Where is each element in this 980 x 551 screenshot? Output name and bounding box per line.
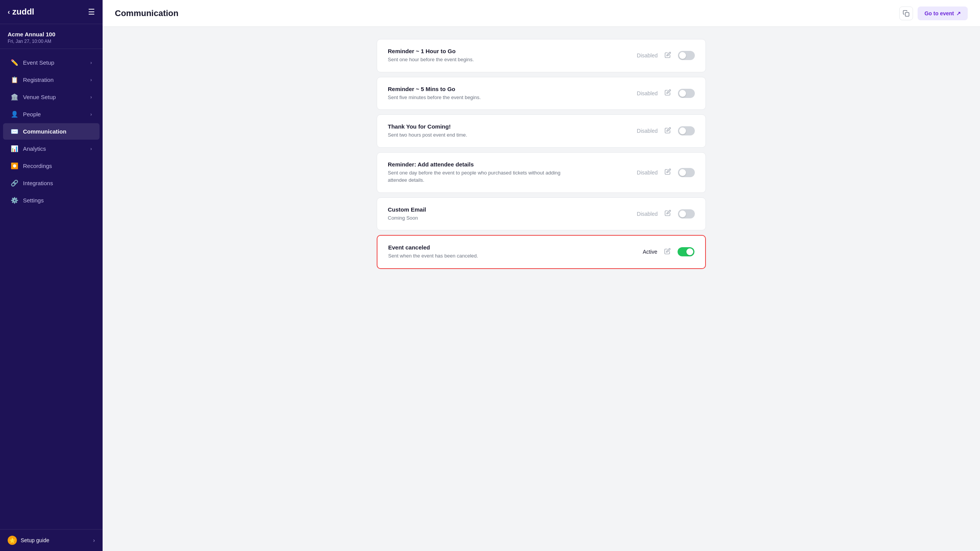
page-title: Communication (115, 8, 178, 18)
card-info: Reminder ~ 1 Hour to Go Sent one hour be… (388, 48, 635, 64)
topbar: Communication Go to event ↗ (103, 0, 980, 27)
settings-icon: ⚙️ (11, 197, 18, 204)
nav-item-left: 📊 Analytics (11, 145, 46, 152)
logo[interactable]: ‹ zuddl (8, 7, 34, 17)
card-controls: Disabled (635, 126, 695, 135)
sidebar-item-people[interactable]: 👤 People › (3, 106, 100, 122)
nav-item-label: People (23, 111, 41, 117)
toggle-reminder-1h[interactable] (678, 51, 695, 60)
card-info: Thank You for Coming! Sent two hours pos… (388, 123, 635, 139)
sidebar-footer: ⭐ Setup guide › (0, 529, 103, 551)
card-status: Disabled (635, 211, 658, 217)
recordings-icon: ⏺️ (11, 162, 18, 170)
card-description: Sent one hour before the event begins. (388, 56, 572, 64)
content-area: Reminder ~ 1 Hour to Go Sent one hour be… (103, 27, 980, 551)
nav-item-label: Analytics (23, 145, 46, 152)
card-thank-you: Thank You for Coming! Sent two hours pos… (377, 114, 706, 148)
nav-item-left: 👤 People (11, 111, 41, 118)
chevron-down-icon: › (90, 146, 92, 152)
nav-item-label: Settings (23, 197, 44, 204)
nav-item-label: Recordings (23, 163, 52, 169)
sidebar-item-settings[interactable]: ⚙️ Settings (3, 192, 100, 209)
star-icon: ⭐ (8, 536, 17, 545)
card-description: Coming Soon (388, 214, 572, 222)
edit-icon[interactable] (665, 52, 671, 60)
chevron-down-icon: › (90, 60, 92, 65)
external-link-icon: ↗ (956, 10, 961, 16)
card-info: Reminder: Add attendee details Sent one … (388, 161, 635, 184)
edit-icon[interactable] (665, 210, 671, 218)
svg-rect-0 (905, 12, 909, 16)
card-info: Event canceled Sent when the event has b… (388, 244, 634, 260)
edit-icon[interactable] (665, 127, 671, 135)
card-description: Sent two hours post event end time. (388, 131, 572, 139)
card-description: Sent one day before the event to people … (388, 169, 572, 184)
integrations-icon: 🔗 (11, 179, 18, 187)
card-title: Thank You for Coming! (388, 123, 635, 130)
go-to-event-button[interactable]: Go to event ↗ (918, 7, 968, 20)
card-title: Reminder: Add attendee details (388, 161, 635, 168)
event-setup-icon: ✏️ (11, 59, 18, 66)
sidebar-item-communication[interactable]: ✉️ Communication (3, 123, 100, 140)
analytics-icon: 📊 (11, 145, 18, 152)
card-info: Reminder ~ 5 Mins to Go Sent five minute… (388, 86, 635, 101)
setup-guide-label: Setup guide (21, 537, 49, 543)
card-title: Reminder ~ 5 Mins to Go (388, 86, 635, 92)
card-description: Sent when the event has been canceled. (388, 252, 572, 260)
nav-item-left: ⏺️ Recordings (11, 162, 52, 170)
chevron-down-icon: › (90, 77, 92, 83)
toggle-reminder-5min[interactable] (678, 89, 695, 98)
nav-item-label: Communication (23, 128, 66, 135)
back-arrow-icon[interactable]: ‹ (8, 8, 10, 16)
topbar-right: Go to event ↗ (899, 7, 968, 20)
sidebar-item-recordings[interactable]: ⏺️ Recordings (3, 158, 100, 174)
setup-guide-chevron-icon: › (93, 537, 95, 543)
toggle-thank-you[interactable] (678, 126, 695, 135)
card-title: Event canceled (388, 244, 634, 251)
sidebar-item-event-setup[interactable]: ✏️ Event Setup › (3, 54, 100, 71)
venue-setup-icon: 🏛️ (11, 93, 18, 101)
registration-icon: 📋 (11, 76, 18, 83)
card-controls: Active (634, 247, 694, 256)
sidebar-item-analytics[interactable]: 📊 Analytics › (3, 140, 100, 157)
nav-item-left: 🏛️ Venue Setup (11, 93, 56, 101)
sidebar-nav: ✏️ Event Setup › 📋 Registration › 🏛️ Ven… (0, 49, 103, 529)
communication-cards: Reminder ~ 1 Hour to Go Sent one hour be… (377, 39, 706, 269)
sidebar: ‹ zuddl ☰ Acme Annual 100 Fri, Jan 27, 1… (0, 0, 103, 551)
card-reminder-1h: Reminder ~ 1 Hour to Go Sent one hour be… (377, 39, 706, 72)
card-reminder-5min: Reminder ~ 5 Mins to Go Sent five minute… (377, 77, 706, 110)
nav-item-label: Registration (23, 77, 54, 83)
sidebar-item-integrations[interactable]: 🔗 Integrations (3, 175, 100, 191)
card-title: Custom Email (388, 206, 635, 213)
card-controls: Disabled (635, 209, 695, 218)
edit-icon[interactable] (665, 168, 671, 176)
sidebar-item-registration[interactable]: 📋 Registration › (3, 72, 100, 88)
nav-item-label: Event Setup (23, 59, 54, 66)
hamburger-icon[interactable]: ☰ (88, 7, 95, 16)
nav-item-left: 📋 Registration (11, 76, 54, 83)
card-custom-email: Custom Email Coming Soon Disabled (377, 197, 706, 231)
nav-item-left: 🔗 Integrations (11, 179, 53, 187)
nav-item-left: ✏️ Event Setup (11, 59, 54, 66)
card-title: Reminder ~ 1 Hour to Go (388, 48, 635, 54)
toggle-event-canceled[interactable] (678, 247, 694, 256)
card-status: Active (634, 249, 657, 255)
card-status: Disabled (635, 52, 658, 59)
toggle-custom-email[interactable] (678, 209, 695, 218)
setup-guide-button[interactable]: ⭐ Setup guide (8, 536, 49, 545)
card-event-canceled: Event canceled Sent when the event has b… (377, 235, 706, 269)
copy-icon-button[interactable] (899, 7, 913, 20)
card-controls: Disabled (635, 51, 695, 60)
event-name: Acme Annual 100 (8, 31, 95, 37)
toggle-reminder-attendee[interactable] (678, 168, 695, 177)
card-info: Custom Email Coming Soon (388, 206, 635, 222)
sidebar-item-venue-setup[interactable]: 🏛️ Venue Setup › (3, 89, 100, 105)
main-content: Communication Go to event ↗ Reminder ~ 1… (103, 0, 980, 551)
people-icon: 👤 (11, 111, 18, 118)
edit-icon[interactable] (664, 248, 671, 256)
edit-icon[interactable] (665, 89, 671, 97)
card-controls: Disabled (635, 89, 695, 98)
nav-item-label: Venue Setup (23, 94, 56, 100)
card-description: Sent five minutes before the event begin… (388, 94, 572, 101)
card-reminder-attendee: Reminder: Add attendee details Sent one … (377, 152, 706, 193)
